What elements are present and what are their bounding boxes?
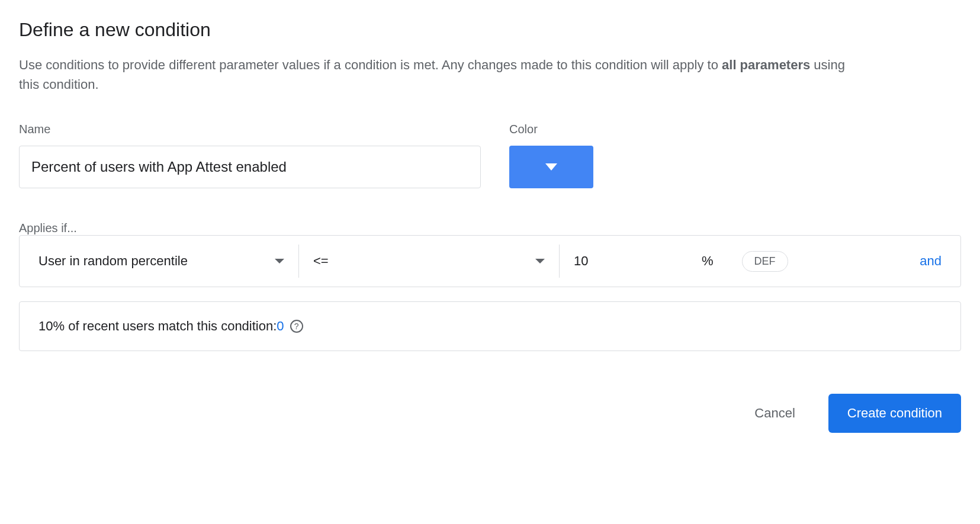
cancel-button[interactable]: Cancel: [740, 396, 809, 430]
description-bold: all parameters: [722, 57, 810, 72]
caret-down-icon: [545, 163, 557, 171]
field-row: Name Color: [19, 123, 961, 188]
button-row: Cancel Create condition: [19, 394, 961, 433]
and-link[interactable]: and: [920, 253, 942, 269]
page-title: Define a new condition: [19, 19, 961, 41]
match-count: 0: [277, 319, 284, 334]
match-info-box: 10% of recent users match this condition…: [19, 301, 961, 351]
def-chip[interactable]: DEF: [742, 251, 788, 272]
color-selector[interactable]: [509, 146, 593, 188]
help-icon[interactable]: ?: [290, 320, 303, 333]
percent-symbol: %: [702, 253, 714, 269]
match-text: 10% of recent users match this condition…: [38, 319, 277, 334]
color-field-group: Color: [509, 123, 593, 188]
description-text-before: Use conditions to provide different para…: [19, 57, 722, 72]
create-condition-button[interactable]: Create condition: [828, 394, 961, 433]
percentile-value-input[interactable]: [560, 253, 702, 269]
operator-dropdown[interactable]: <=: [299, 245, 560, 278]
caret-down-icon: [535, 259, 545, 263]
applies-if-label: Applies if...: [19, 221, 77, 234]
color-label: Color: [509, 123, 593, 136]
name-label: Name: [19, 123, 481, 136]
name-field-group: Name: [19, 123, 481, 188]
condition-row: User in random percentile <= % DEF and: [19, 235, 961, 287]
operator-text: <=: [313, 253, 329, 269]
name-input[interactable]: [19, 146, 481, 188]
selector-dropdown[interactable]: User in random percentile: [38, 245, 299, 278]
page-description: Use conditions to provide different para…: [19, 55, 848, 94]
caret-down-icon: [275, 259, 284, 263]
selector-text: User in random percentile: [38, 253, 188, 269]
